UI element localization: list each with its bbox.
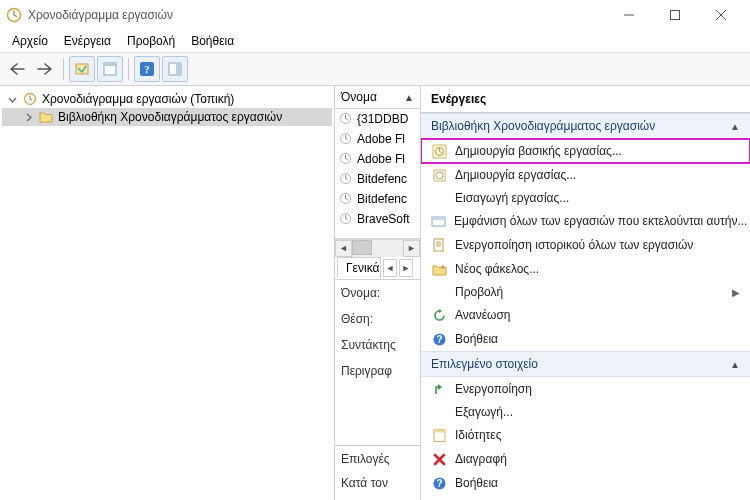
properties-pane-button[interactable]: [97, 56, 123, 82]
action-delete[interactable]: Διαγραφή: [421, 447, 750, 471]
action-help[interactable]: ? Βοήθεια: [421, 327, 750, 351]
action-view[interactable]: Προβολή ▶: [421, 281, 750, 303]
minimize-button[interactable]: [606, 0, 652, 30]
window-title: Χρονοδιάγραμμα εργασιών: [28, 8, 606, 22]
back-button[interactable]: [4, 56, 30, 82]
history-icon: [431, 237, 447, 253]
task-row[interactable]: Adobe Fl: [335, 129, 420, 149]
tab-general[interactable]: Γενικά: [337, 257, 381, 278]
action-export[interactable]: Εξαγωγή...: [421, 401, 750, 423]
list-hscroll[interactable]: ◄ ►: [335, 239, 420, 256]
middle-pane: Όνομα ▲ {31DDBD Adobe Fl Adobe Fl Bitdef…: [335, 86, 421, 500]
separator: [128, 58, 129, 80]
clock-icon: [339, 132, 353, 146]
task-list: {31DDBD Adobe Fl Adobe Fl Bitdefenc Bitd…: [335, 109, 420, 239]
svg-rect-4: [104, 63, 116, 66]
action-import-task[interactable]: Εισαγωγή εργασίας...: [421, 187, 750, 209]
task-row[interactable]: Adobe Fl: [335, 149, 420, 169]
task-row[interactable]: {31DDBD: [335, 109, 420, 129]
scroll-right-icon[interactable]: ►: [403, 240, 420, 257]
separator: [63, 58, 64, 80]
label-location: Θέση:: [341, 312, 414, 326]
svg-text:?: ?: [144, 63, 150, 75]
clock-icon: [339, 152, 353, 166]
svg-rect-26: [434, 429, 445, 432]
label-options: Επιλογές: [341, 452, 414, 466]
task-row[interactable]: Bitdefenc: [335, 169, 420, 189]
task-icon: [431, 167, 447, 183]
label-name: Όνομα:: [341, 286, 414, 300]
menubar: Αρχείο Ενέργεια Προβολή Βοήθεια: [0, 30, 750, 52]
label-description: Περιγραφ: [341, 364, 414, 378]
tree-root[interactable]: Χρονοδιάγραμμα εργασιών (Τοπική): [2, 90, 332, 108]
forward-button[interactable]: [32, 56, 58, 82]
titlebar: Χρονοδιάγραμμα εργασιών: [0, 0, 750, 30]
action-new-folder[interactable]: Νέος φάκελος...: [421, 257, 750, 281]
action-create-basic-task[interactable]: Δημιουργία βασικής εργασίας...: [421, 139, 750, 163]
new-folder-icon: [431, 261, 447, 277]
run-icon: [431, 381, 447, 397]
list-header-name[interactable]: Όνομα ▲: [335, 86, 420, 109]
menu-help[interactable]: Βοήθεια: [183, 32, 242, 50]
delete-icon: [431, 451, 447, 467]
toolbar: ?: [0, 52, 750, 86]
menu-view[interactable]: Προβολή: [119, 32, 183, 50]
options-panel: Επιλογές Κατά τον: [335, 445, 420, 500]
chevron-up-icon: ▲: [730, 359, 740, 370]
action-help-2[interactable]: ? Βοήθεια: [421, 471, 750, 495]
clock-icon: [339, 212, 353, 226]
label-kata: Κατά τον: [341, 476, 414, 490]
sort-asc-icon: ▲: [404, 92, 414, 103]
clock-icon: [339, 192, 353, 206]
expand-icon[interactable]: [22, 111, 34, 123]
task-row[interactable]: BraveSoft: [335, 209, 420, 229]
actions-group-selected[interactable]: Επιλεγμένο στοιχείο ▲: [421, 351, 750, 377]
actions-pane: Ενέργειες Βιβλιοθήκη Χρονοδιαγράμματος ε…: [421, 86, 750, 500]
tree-pane: Χρονοδιάγραμμα εργασιών (Τοπική) Βιβλιοθ…: [0, 86, 335, 500]
tree-library[interactable]: Βιβλιοθήκη Χρονοδιαγράμματος εργασιών: [2, 108, 332, 126]
action-show-running[interactable]: Εμφάνιση όλων των εργασιών που εκτελούντ…: [421, 209, 750, 233]
svg-text:?: ?: [436, 478, 442, 489]
svg-rect-1: [671, 11, 680, 20]
action-properties[interactable]: Ιδιότητες: [421, 423, 750, 447]
menu-action[interactable]: Ενέργεια: [56, 32, 119, 50]
actions-group-library[interactable]: Βιβλιοθήκη Χρονοδιαγράμματος εργασιών ▲: [421, 113, 750, 139]
app-icon: [6, 7, 22, 23]
details-tabs: Γενικά ◄ ►: [335, 256, 420, 280]
running-tasks-icon: [431, 213, 446, 229]
action-run[interactable]: Ενεργοποίηση: [421, 377, 750, 401]
actions-pane-button[interactable]: [162, 56, 188, 82]
scroll-left-icon[interactable]: ◄: [335, 240, 352, 257]
clock-icon: [339, 172, 353, 186]
refresh-icon: [431, 307, 447, 323]
svg-text:?: ?: [436, 334, 442, 345]
label-author: Συντάκτης: [341, 338, 414, 352]
action-enable-history[interactable]: Ενεργοποίηση ιστορικού όλων των εργασιών: [421, 233, 750, 257]
properties-icon: [431, 427, 447, 443]
collapse-icon[interactable]: [6, 93, 18, 105]
tab-next[interactable]: ►: [399, 259, 413, 277]
maximize-button[interactable]: [652, 0, 698, 30]
clock-icon: [22, 91, 38, 107]
chevron-up-icon: ▲: [730, 121, 740, 132]
action-create-task[interactable]: Δημιουργία εργασίας...: [421, 163, 750, 187]
folder-icon: [38, 109, 54, 125]
clock-icon: [339, 112, 353, 126]
chevron-right-icon: ▶: [732, 287, 740, 298]
wizard-icon: [431, 143, 447, 159]
tab-prev[interactable]: ◄: [383, 259, 397, 277]
help-icon: ?: [431, 475, 447, 491]
action-refresh[interactable]: Ανανέωση: [421, 303, 750, 327]
details-panel: Όνομα: Θέση: Συντάκτης Περιγραφ: [335, 280, 420, 390]
close-button[interactable]: [698, 0, 744, 30]
help-button[interactable]: ?: [134, 56, 160, 82]
scope-button[interactable]: [69, 56, 95, 82]
svg-rect-8: [176, 63, 181, 75]
tree-root-label: Χρονοδιάγραμμα εργασιών (Τοπική): [42, 92, 234, 106]
menu-file[interactable]: Αρχείο: [4, 32, 56, 50]
help-icon: ?: [431, 331, 447, 347]
tree-library-label: Βιβλιοθήκη Χρονοδιαγράμματος εργασιών: [58, 110, 282, 124]
svg-rect-21: [432, 217, 445, 220]
svg-rect-22: [434, 239, 443, 251]
task-row[interactable]: Bitdefenc: [335, 189, 420, 209]
